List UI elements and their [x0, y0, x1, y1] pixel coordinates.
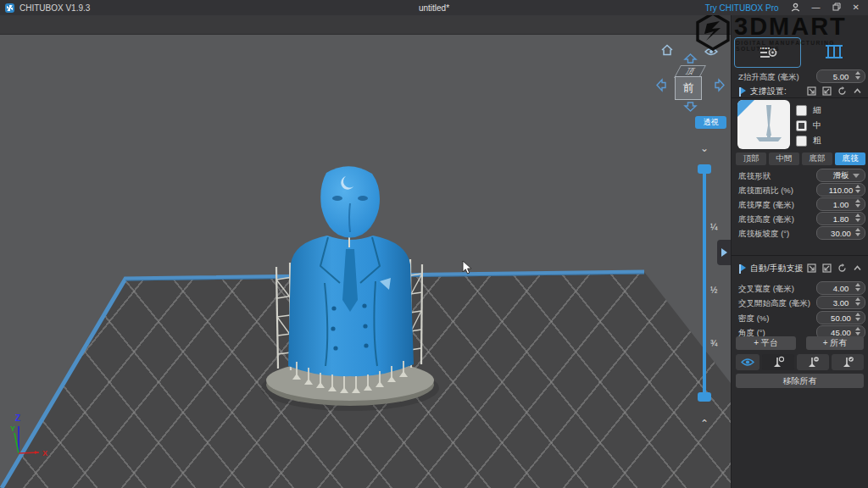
restore-button[interactable] — [832, 3, 841, 13]
reset-icon[interactable] — [837, 263, 847, 273]
support-add-icon — [772, 356, 784, 369]
manual-support-header-icons — [807, 263, 862, 273]
rotate-left-arrow[interactable] — [656, 78, 666, 92]
delete-support-mode-button[interactable] — [797, 354, 829, 370]
export-profile-icon[interactable] — [822, 86, 832, 96]
raft-thickness-input[interactable]: 1.00 — [816, 197, 865, 211]
projection-toggle-button[interactable]: 透視 — [695, 116, 726, 129]
collapse-section-icon[interactable] — [853, 86, 862, 96]
settings-panel: Z抬升高度 (毫米) 5.00 支撐設置: 細 中 粗 頂部 中間 — [731, 15, 868, 488]
raft-area-value: 110.00 — [829, 186, 853, 195]
view-eye-icon[interactable] — [704, 47, 718, 57]
z-lift-value: 5.00 — [833, 72, 849, 81]
view-cube[interactable]: 頂 前 — [675, 66, 705, 97]
fine-label: 細 — [813, 104, 821, 116]
raft-thickness-value: 1.00 — [833, 200, 849, 209]
support-edit-icon — [842, 356, 854, 369]
z-lift-input[interactable]: 5.00 — [816, 69, 865, 83]
spinner-arrows[interactable] — [855, 228, 860, 236]
z-lift-spinner-arrows[interactable] — [855, 71, 860, 80]
coarse-label: 粗 — [813, 135, 821, 147]
remove-all-button[interactable]: 移除所有 — [736, 374, 864, 388]
cross-width-input[interactable]: 4.00 — [816, 281, 865, 295]
view-cube-front-label[interactable]: 前 — [683, 81, 694, 94]
support-preview-graphic — [737, 100, 790, 149]
raft-height-label: 底筏高度 (毫米) — [738, 214, 794, 225]
settings-sliders-icon — [759, 45, 777, 60]
try-pro-link[interactable]: Try CHITUBOX Pro — [705, 3, 779, 13]
support-settings-header-icons — [807, 86, 862, 96]
tab-top[interactable]: 頂部 — [736, 152, 766, 165]
collapse-section-icon[interactable] — [853, 263, 862, 273]
add-all-button[interactable]: + 所有 — [806, 336, 864, 350]
checkbox-fine[interactable] — [796, 105, 807, 116]
tab-raft[interactable]: 底筏 — [835, 152, 865, 165]
model-head[interactable] — [320, 166, 380, 237]
tab-support-pillars[interactable] — [801, 37, 866, 66]
cross-start-height-value: 3.00 — [833, 298, 849, 308]
checkbox-medium-checked[interactable] — [796, 120, 807, 131]
mouse-cursor — [462, 260, 474, 275]
account-icon[interactable] — [791, 3, 800, 14]
tab-middle[interactable]: 中間 — [769, 152, 799, 165]
add-support-mode-button[interactable] — [762, 354, 794, 370]
slider-up-chevron[interactable]: ⌄ — [698, 145, 710, 152]
tab-bottom[interactable]: 底部 — [802, 152, 832, 165]
raft-area-input[interactable]: 110.00 — [816, 183, 865, 197]
spinner-arrows[interactable] — [855, 283, 860, 291]
cross-start-height-input[interactable]: 3.00 — [816, 296, 865, 309]
flag-icon — [738, 87, 746, 97]
panel-collapse-tab[interactable] — [717, 240, 731, 265]
spinner-arrows[interactable] — [855, 327, 860, 336]
spinner-arrows[interactable] — [855, 214, 860, 222]
density-option-coarse[interactable]: 粗 — [796, 135, 821, 147]
raft-height-value: 1.80 — [833, 214, 849, 224]
minimize-button[interactable]: — — [812, 3, 821, 12]
export-profile-icon[interactable] — [822, 263, 832, 273]
density-option-medium[interactable]: 中 — [796, 119, 821, 131]
checkbox-coarse[interactable] — [796, 136, 807, 147]
slider-down-chevron[interactable]: ⌃ — [698, 420, 710, 428]
support-preview-thumbnail[interactable] — [737, 100, 790, 149]
support-settings-header: 支撐設置: — [738, 86, 787, 97]
edit-support-mode-button[interactable] — [832, 354, 864, 370]
tab-support-settings[interactable] — [734, 37, 801, 68]
raft-slope-value: 30.00 — [831, 229, 851, 238]
raft-slope-label: 底筏板坡度 (°) — [738, 229, 789, 240]
z-lift-label: Z抬升高度 (毫米) — [738, 72, 799, 83]
support-minus-icon — [807, 356, 819, 369]
raft-height-input[interactable]: 1.80 — [816, 212, 865, 225]
layer-slider-track[interactable] — [703, 168, 706, 398]
rotate-right-arrow[interactable] — [715, 78, 725, 92]
raft-shape-label: 底筏形狀 — [738, 171, 771, 182]
spinner-arrows[interactable] — [855, 297, 860, 306]
layer-slider-bottom-handle[interactable] — [698, 392, 711, 402]
toggle-support-visibility-button[interactable] — [736, 354, 760, 370]
cross-width-value: 4.00 — [833, 284, 849, 293]
import-profile-icon[interactable] — [807, 263, 816, 273]
flag-icon — [738, 264, 746, 274]
spinner-arrows[interactable] — [855, 313, 860, 321]
raft-shape-select[interactable]: 滑板 — [816, 169, 865, 182]
close-button[interactable]: ✕ — [853, 3, 860, 12]
add-platform-button[interactable]: + 平台 — [736, 336, 796, 350]
dropdown-arrow-icon — [853, 174, 860, 178]
home-view-icon[interactable] — [660, 44, 674, 56]
rotate-down-arrow[interactable] — [683, 102, 698, 112]
rotate-up-arrow[interactable] — [683, 53, 698, 64]
build-plate-grid — [0, 34, 731, 488]
viewport-3d[interactable]: 頂 前 透視 ⌄ ¼ ½ ¾ ⌃ Z Y X — [0, 34, 731, 488]
import-profile-icon[interactable] — [807, 86, 816, 96]
spinner-arrows[interactable] — [855, 185, 860, 193]
reset-icon[interactable] — [837, 86, 847, 96]
layer-slider-top-handle[interactable] — [698, 164, 711, 174]
angle-value: 45.00 — [831, 328, 851, 337]
spinner-arrows[interactable] — [855, 199, 860, 208]
collapse-arrow-icon — [721, 248, 727, 257]
view-cube-top-label[interactable]: 頂 — [684, 67, 696, 75]
cross-start-height-label: 交叉開始高度 (毫米) — [738, 298, 810, 309]
density-option-fine[interactable]: 細 — [796, 104, 821, 116]
raft-slope-input[interactable]: 30.00 — [816, 226, 865, 240]
density-input[interactable]: 50.00 — [816, 311, 865, 324]
density-label: 密度 (%) — [738, 313, 769, 324]
